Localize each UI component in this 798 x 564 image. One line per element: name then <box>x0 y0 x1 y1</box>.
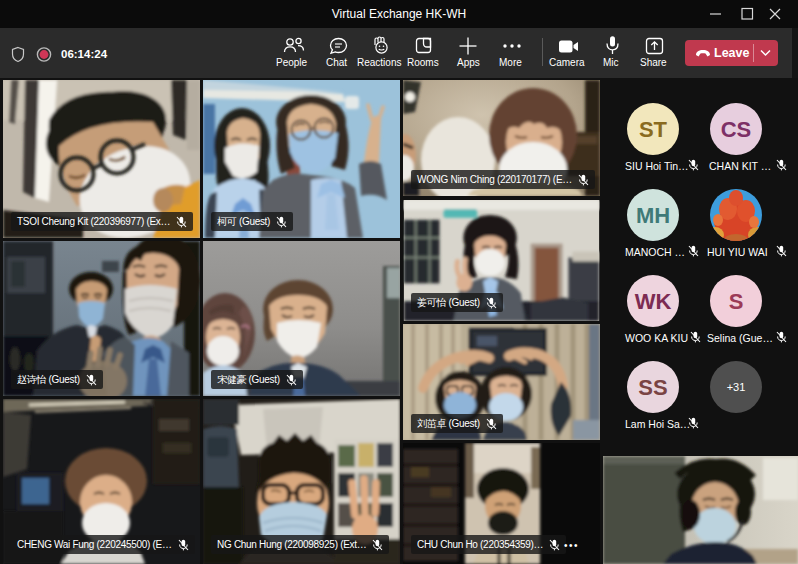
svg-text:MANOCH …: MANOCH … <box>625 246 685 258</box>
svg-text:SS: SS <box>638 375 667 400</box>
svg-text:ST: ST <box>639 117 668 142</box>
svg-text:CS: CS <box>721 117 752 142</box>
svg-text:S: S <box>729 289 744 314</box>
svg-text:+31: +31 <box>727 381 746 393</box>
svg-text:WK: WK <box>635 289 672 314</box>
svg-text:CHAN KIT …: CHAN KIT … <box>709 160 771 172</box>
svg-text:Lam Hoi Sa…: Lam Hoi Sa… <box>625 418 690 430</box>
svg-text:SIU Hoi Tin…: SIU Hoi Tin… <box>625 160 689 172</box>
svg-text:Selina (Gue…: Selina (Gue… <box>707 332 773 344</box>
svg-text:WOO KA KIU: WOO KA KIU <box>625 332 688 344</box>
svg-text:MH: MH <box>636 203 670 228</box>
svg-text:HUI YIU WAI: HUI YIU WAI <box>707 246 768 258</box>
